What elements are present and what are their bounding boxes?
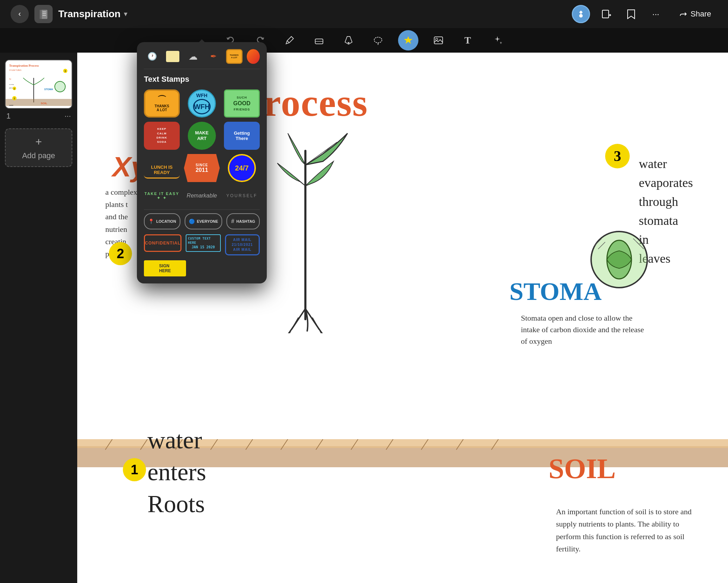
- slide-more-icon[interactable]: ···: [65, 112, 71, 121]
- svg-text:Xy: Xy: [9, 78, 11, 80]
- sticker-wfh[interactable]: WFH WFH: [188, 89, 216, 118]
- popup-tabs: 🕐 ☁ ✒ THANKSA LOT: [144, 49, 260, 69]
- sticker-everyone[interactable]: 🔵 EVERYONE: [185, 213, 223, 229]
- popup-tab-square[interactable]: [164, 49, 180, 64]
- sticker-lunch-ready[interactable]: LUNCH ISREADY: [144, 154, 180, 179]
- canvas-water-enters-text: waterentersRoots: [147, 424, 206, 520]
- sign-here-row: SIGNHERE: [144, 260, 260, 276]
- notebook-icon: [34, 5, 53, 23]
- svg-text:3: 3: [65, 70, 66, 72]
- popup-tab-pen[interactable]: ✒: [205, 49, 221, 64]
- bookmark-button[interactable]: [623, 6, 639, 22]
- sticker-keep-calm[interactable]: KEEP CALM DRINK SODA: [144, 122, 180, 150]
- sticker-make-art[interactable]: MAKEART: [188, 122, 216, 150]
- more-options-button[interactable]: ···: [648, 6, 664, 22]
- svg-point-28: [55, 81, 65, 92]
- popup-divider: [144, 209, 260, 210]
- pencil-tool[interactable]: [280, 31, 299, 50]
- text-stickers-row: TAKE IT EASY ✦ ✦ Remarkable YOURSELF: [144, 187, 260, 205]
- canvas-soil-description: An important function of soil is to stor…: [556, 505, 696, 555]
- sticker-popup: 🕐 ☁ ✒ THANKSA LOT Text Stamps ⌒ THANKSA …: [137, 42, 267, 283]
- svg-text:STOMA: STOMA: [44, 88, 53, 91]
- canvas-number-2: 2: [109, 242, 132, 265]
- svg-text:XYLEM TUBES: XYLEM TUBES: [9, 69, 22, 71]
- popup-tab-cloud[interactable]: ☁: [185, 49, 201, 64]
- svg-text:SOIL: SOIL: [41, 102, 47, 105]
- sticker-sign-here[interactable]: SIGNHERE: [144, 260, 186, 276]
- app-title[interactable]: Transpiration ▾: [58, 8, 127, 20]
- svg-text:plants: plants: [9, 87, 13, 89]
- avatar[interactable]: [572, 5, 590, 23]
- svg-rect-6: [602, 10, 609, 18]
- svg-point-5: [579, 14, 583, 18]
- add-page-nav-button[interactable]: [598, 6, 615, 22]
- share-button[interactable]: Share: [672, 6, 717, 22]
- slide-number: 1: [6, 112, 11, 121]
- sticker-tool-active[interactable]: [398, 30, 418, 51]
- sticker-24-7[interactable]: 24/7: [228, 154, 256, 182]
- stamp-stickers-row: CONFIDENTIAL CUSTOM TEXT HERE JAN 15 202…: [144, 234, 260, 255]
- back-button[interactable]: ‹: [11, 5, 29, 23]
- eraser-tool[interactable]: [310, 31, 329, 50]
- tag-stickers-row: 📍 LOCATION 🔵 EVERYONE # HASHTAG: [144, 213, 260, 229]
- sticker-yourself[interactable]: YOURSELF: [224, 187, 260, 205]
- sticker-custom-date[interactable]: CUSTOM TEXT HERE JAN 15 2020: [186, 234, 220, 252]
- canvas-stoma-description: Stomata open and close to allow the inta…: [521, 312, 647, 347]
- canvas-number-3: 3: [605, 144, 630, 168]
- add-page-plus-icon: +: [35, 135, 42, 148]
- svg-marker-14: [404, 36, 412, 44]
- canvas-stoma-label: STOMA: [509, 277, 602, 306]
- svg-text:a comp: a comp: [9, 83, 14, 85]
- sticker-hashtag[interactable]: # HASHTAG: [226, 213, 260, 229]
- pen-tool[interactable]: [339, 31, 358, 50]
- sticker-remarkable[interactable]: Remarkable: [184, 187, 220, 205]
- svg-line-9: [287, 41, 289, 43]
- toolbar: T: [0, 28, 728, 53]
- popup-tab-orange[interactable]: [247, 49, 260, 64]
- svg-text:Transpiration Process: Transpiration Process: [9, 64, 39, 67]
- svg-point-16: [436, 38, 438, 40]
- svg-text:T: T: [464, 35, 471, 46]
- sticker-location[interactable]: 📍 LOCATION: [144, 213, 180, 229]
- svg-rect-1: [40, 10, 42, 19]
- add-page-label: Add page: [22, 151, 55, 160]
- sticker-take-it-easy[interactable]: TAKE IT EASY ✦ ✦: [144, 187, 180, 205]
- image-tool[interactable]: [429, 31, 448, 50]
- canvas-number-1: 1: [123, 458, 146, 481]
- lasso-tool[interactable]: [369, 31, 388, 50]
- slide-num-row: 1 ···: [5, 109, 72, 123]
- popup-tab-badge[interactable]: THANKSA LOT: [226, 49, 243, 64]
- svg-rect-24: [6, 99, 72, 106]
- slide-thumbnail[interactable]: Transpiration Process XYLEM TUBES Xy a c…: [5, 60, 72, 109]
- sticker-air-mail[interactable]: AIR MAIL 21/10/2021 AIR MAIL: [225, 234, 260, 255]
- canvas-soil-label: SOIL: [549, 453, 616, 485]
- plant-illustration: [253, 123, 358, 333]
- top-nav: ‹ Transpiration ▾: [0, 0, 728, 28]
- svg-point-12: [374, 37, 382, 43]
- text-tool[interactable]: T: [458, 31, 477, 50]
- sticker-thanks-lot[interactable]: ⌒ THANKSA LOT: [144, 89, 180, 118]
- nav-right: ··· Share: [572, 5, 717, 23]
- sticker-confidential[interactable]: CONFIDENTIAL: [144, 234, 181, 252]
- stickers-grid: ⌒ THANKSA LOT WFH WFH SUCH GOOD FRIENDS …: [144, 89, 260, 182]
- add-page-button[interactable]: + Add page: [5, 128, 72, 167]
- popup-tab-recent[interactable]: 🕐: [144, 49, 160, 64]
- sticker-getting-there[interactable]: GettingThere: [224, 122, 260, 150]
- sticker-good-friends[interactable]: SUCH GOOD FRIENDS: [224, 89, 260, 118]
- sticker-since-2011[interactable]: SINCE 2011: [184, 154, 220, 182]
- magic-tool[interactable]: [488, 31, 507, 50]
- svg-rect-15: [434, 37, 443, 44]
- svg-text:water: water: [9, 104, 14, 106]
- sidebar: Transpiration Process XYLEM TUBES Xy a c…: [0, 53, 77, 583]
- popup-section-label: Text Stamps: [144, 75, 260, 84]
- svg-text:1: 1: [14, 97, 15, 100]
- title-chevron: ▾: [124, 10, 127, 18]
